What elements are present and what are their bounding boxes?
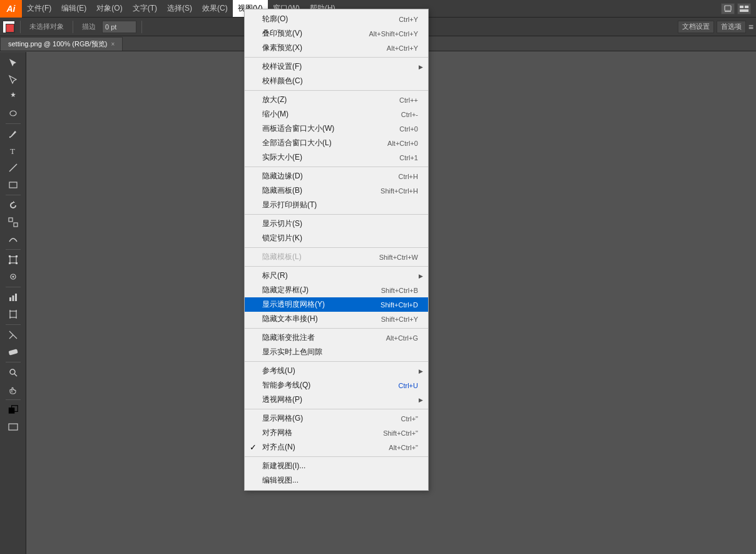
- svg-rect-12: [14, 223, 18, 227]
- menu-item-hide-template[interactable]: 隐藏模板(L) Shift+Ctrl+W: [245, 250, 428, 264]
- menu-effect[interactable]: 效果(C): [197, 0, 233, 17]
- svg-line-8: [9, 164, 17, 172]
- tool-rotate[interactable]: [5, 197, 21, 213]
- svg-rect-2: [740, 6, 743, 8]
- tool-free-transform[interactable]: [5, 252, 21, 268]
- tool-sep-7: [6, 399, 21, 400]
- workspace-icon[interactable]: [721, 3, 735, 14]
- svg-rect-16: [9, 262, 11, 264]
- svg-point-5: [10, 111, 16, 116]
- tool-eraser[interactable]: [5, 344, 21, 360]
- menu-item-hide-text-threads[interactable]: 隐藏文本串接(H) Shift+Ctrl+Y: [245, 312, 428, 326]
- tool-hand[interactable]: [5, 381, 21, 398]
- preferences-button[interactable]: 首选项: [717, 21, 746, 33]
- tool-sep-5: [6, 324, 21, 325]
- tool-rect[interactable]: [5, 177, 21, 193]
- menu-item-show-transparency-grid[interactable]: 显示透明度网格(Y) Shift+Ctrl+D: [245, 297, 428, 312]
- tool-sep-1: [6, 123, 21, 124]
- tool-pen[interactable]: [5, 126, 21, 142]
- menu-item-guides[interactable]: 参考线(U): [245, 364, 428, 378]
- menu-sep-9: [245, 409, 428, 409]
- svg-text:T: T: [10, 146, 15, 156]
- menu-item-zoom-out[interactable]: 缩小(M) Ctrl+-: [245, 107, 428, 121]
- svg-rect-13: [10, 257, 16, 263]
- menu-sep-3: [245, 167, 428, 167]
- menu-item-fit-artboard[interactable]: 画板适合窗口大小(W) Ctrl+0: [245, 121, 428, 136]
- menu-item-proof-color[interactable]: 校样颜色(C): [245, 74, 428, 88]
- svg-rect-17: [16, 262, 18, 264]
- extras-icon[interactable]: ≡: [748, 22, 753, 32]
- svg-rect-33: [9, 424, 18, 430]
- svg-rect-23: [10, 311, 16, 317]
- menu-item-pixel-preview[interactable]: 像素预览(X) Alt+Ctrl+Y: [245, 41, 428, 55]
- toolbar-separator-3: [141, 21, 142, 33]
- menu-sep-7: [245, 328, 428, 329]
- menu-edit[interactable]: 编辑(E): [56, 0, 91, 17]
- stroke-width-input[interactable]: [102, 21, 136, 33]
- menu-item-show-print-tiling[interactable]: 显示打印拼贴(T): [245, 198, 428, 212]
- no-selection-label: 未选择对象: [26, 22, 68, 31]
- tool-slice[interactable]: [5, 327, 21, 343]
- svg-rect-21: [12, 295, 14, 301]
- stroke-label: 描边: [78, 22, 100, 31]
- menu-item-show-live-paint-gaps[interactable]: 显示实时上色间隙: [245, 345, 428, 359]
- tool-direct-select[interactable]: [5, 71, 21, 88]
- menu-text[interactable]: 文字(T): [128, 0, 162, 17]
- menu-file[interactable]: 文件(F): [22, 0, 56, 17]
- tool-sep-3: [6, 249, 21, 250]
- menu-item-snap-to-point[interactable]: ✓ 对齐点(N) Alt+Ctrl+": [245, 440, 428, 454]
- checkmark: ✓: [250, 443, 257, 452]
- menu-item-proof-setup[interactable]: 校样设置(F): [245, 59, 428, 74]
- tool-zoom[interactable]: [5, 364, 21, 381]
- menu-item-rulers[interactable]: 标尺(R): [245, 269, 428, 283]
- svg-rect-20: [9, 297, 11, 301]
- menu-item-show-slices[interactable]: 显示切片(S): [245, 217, 428, 231]
- menu-select[interactable]: 选择(S): [162, 0, 197, 17]
- doc-settings-button[interactable]: 文档设置: [678, 21, 714, 33]
- tool-warp[interactable]: [5, 231, 21, 247]
- menu-item-hide-bounding-box[interactable]: 隐藏定界框(J) Shift+Ctrl+B: [245, 283, 428, 297]
- menu-item-hide-gradient-annotator[interactable]: 隐藏渐变批注者 Alt+Ctrl+G: [245, 331, 428, 345]
- tool-type[interactable]: T: [5, 143, 21, 159]
- tool-scale[interactable]: [5, 214, 21, 230]
- tool-fill-stroke[interactable]: [5, 402, 21, 418]
- tool-screen-mode[interactable]: [5, 419, 21, 435]
- tool-sep-6: [6, 362, 21, 362]
- menu-item-smart-guides[interactable]: 智能参考线(Q) Ctrl+U: [245, 378, 428, 392]
- menu-item-actual-size[interactable]: 实际大小(E) Ctrl+1: [245, 150, 428, 165]
- menu-item-overprint[interactable]: 叠印预览(V) Alt+Shift+Ctrl+Y: [245, 26, 428, 41]
- tool-graph[interactable]: [5, 289, 21, 305]
- svg-line-30: [14, 374, 17, 376]
- menu-item-perspective-grid[interactable]: 透视网格(P): [245, 392, 428, 407]
- document-tab[interactable]: setting.png @ 100% (RGB/预览) ×: [0, 37, 123, 51]
- tool-artboard[interactable]: [5, 306, 21, 322]
- menu-item-show-grid[interactable]: 显示网格(G) Ctrl+": [245, 411, 428, 426]
- tool-lasso[interactable]: [5, 105, 21, 121]
- toolbar-right: 文档设置 首选项 ≡: [678, 21, 753, 33]
- menu-item-hide-edges[interactable]: 隐藏边缘(D) Ctrl+H: [245, 169, 428, 183]
- arrange-icon[interactable]: [737, 3, 751, 14]
- menu-item-zoom-in[interactable]: 放大(Z) Ctrl++: [245, 93, 428, 107]
- svg-rect-9: [9, 182, 17, 188]
- svg-rect-4: [740, 9, 748, 12]
- menu-item-hide-artboard[interactable]: 隐藏画板(B) Shift+Ctrl+H: [245, 183, 428, 198]
- menu-item-edit-views[interactable]: 编辑视图...: [245, 473, 428, 488]
- tool-magic-wand[interactable]: [5, 88, 21, 105]
- menu-sep-6: [245, 266, 428, 267]
- tab-label: setting.png @ 100% (RGB/预览): [8, 39, 108, 49]
- svg-point-6: [9, 136, 10, 138]
- menu-item-fit-all[interactable]: 全部适合窗口大小(L) Alt+Ctrl+0: [245, 136, 428, 150]
- tool-line[interactable]: [5, 160, 21, 176]
- tool-symbol-spray[interactable]: [5, 269, 21, 285]
- tool-select[interactable]: [5, 54, 21, 71]
- svg-rect-3: [745, 6, 748, 8]
- menu-item-outline[interactable]: 轮廓(O) Ctrl+Y: [245, 12, 428, 26]
- fill-swatch[interactable]: [3, 21, 15, 33]
- tab-close-button[interactable]: ×: [111, 41, 115, 48]
- menu-item-snap-to-grid[interactable]: 对齐网格 Shift+Ctrl+": [245, 426, 428, 440]
- toolbar-separator-2: [73, 21, 73, 33]
- svg-rect-22: [15, 294, 17, 301]
- menu-item-lock-slices[interactable]: 锁定切片(K): [245, 231, 428, 245]
- menu-item-new-view[interactable]: 新建视图(I)...: [245, 459, 428, 473]
- menu-object[interactable]: 对象(O): [91, 0, 127, 17]
